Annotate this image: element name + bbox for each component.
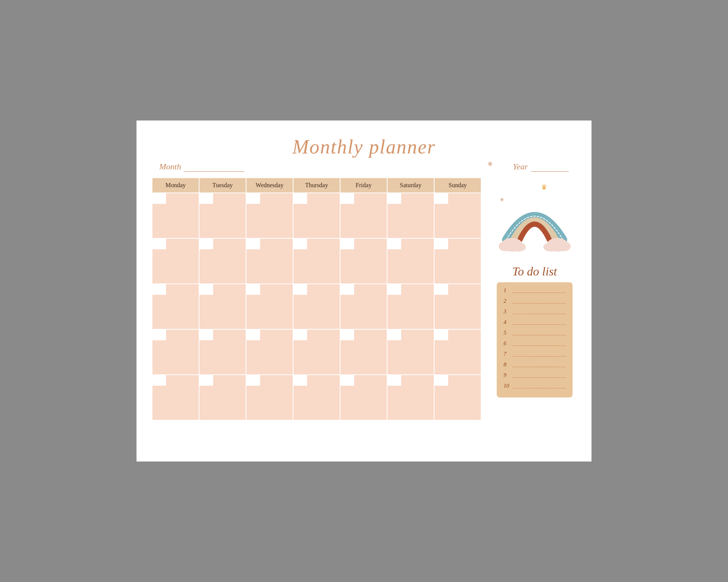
table-row — [152, 329, 481, 375]
calendar-cell[interactable] — [152, 375, 199, 420]
year-label: Year — [513, 162, 569, 172]
calendar-cell[interactable] — [246, 375, 293, 420]
calendar-cell[interactable] — [152, 238, 199, 284]
calendar-cell[interactable] — [199, 329, 246, 375]
todo-item-6[interactable]: 6 — [504, 340, 566, 347]
todo-item-5[interactable]: 5 — [504, 329, 566, 336]
calendar-cell[interactable] — [152, 329, 199, 375]
todo-item-7[interactable]: 7 — [504, 350, 566, 357]
todo-item-8[interactable]: 8 — [504, 361, 566, 368]
col-thursday: Thursday — [293, 178, 340, 193]
calendar-cell[interactable] — [387, 284, 434, 329]
star-decoration: ✳ — [487, 160, 493, 168]
table-row — [152, 375, 481, 420]
calendar-cell[interactable] — [387, 329, 434, 375]
calendar-cell[interactable] — [387, 375, 434, 420]
calendar-cell[interactable] — [199, 193, 246, 238]
sidebar: ♛ — [493, 177, 576, 446]
calendar-cell[interactable] — [340, 284, 387, 329]
calendar-cell[interactable] — [434, 284, 481, 329]
svg-text:♛: ♛ — [541, 183, 547, 191]
calendar-cell[interactable] — [434, 238, 481, 284]
calendar-cell[interactable] — [293, 329, 340, 375]
monthly-planner-page: Monthly planner Month ✳ Year Monday Tues… — [136, 120, 592, 462]
calendar-grid: Monday Tuesday Wednesday Thursday Friday… — [152, 177, 482, 421]
table-row — [152, 193, 481, 238]
col-tuesday: Tuesday — [199, 178, 246, 193]
col-wednesday: Wednesday — [246, 178, 293, 193]
svg-point-3 — [511, 242, 526, 252]
calendar-header-row: Monday Tuesday Wednesday Thursday Friday… — [152, 178, 481, 193]
calendar-cell[interactable] — [246, 193, 293, 238]
calendar-cell[interactable] — [293, 375, 340, 420]
header: Monthly planner — [152, 136, 576, 158]
calendar-cell[interactable] — [199, 375, 246, 420]
calendar-cell[interactable] — [152, 284, 199, 329]
table-row — [152, 284, 481, 329]
col-friday: Friday — [340, 178, 387, 193]
table-row — [152, 238, 481, 284]
calendar-cell[interactable] — [387, 193, 434, 238]
col-sunday: Sunday — [434, 178, 481, 193]
calendar-section: Monday Tuesday Wednesday Thursday Friday… — [152, 177, 482, 446]
calendar-cell[interactable] — [434, 375, 481, 420]
calendar-cell[interactable] — [434, 193, 481, 238]
calendar-cell[interactable] — [340, 193, 387, 238]
todo-item-3[interactable]: 3 — [504, 308, 566, 315]
todo-item-10[interactable]: 10 — [504, 382, 566, 389]
calendar-cell[interactable] — [246, 238, 293, 284]
svg-point-5 — [543, 242, 559, 252]
calendar-cell[interactable] — [246, 329, 293, 375]
calendar-cell[interactable] — [340, 329, 387, 375]
col-monday: Monday — [152, 178, 199, 193]
calendar-cell[interactable] — [293, 284, 340, 329]
calendar-cell[interactable] — [293, 238, 340, 284]
calendar-cell[interactable] — [199, 238, 246, 284]
calendar-cell[interactable] — [340, 238, 387, 284]
calendar-cell[interactable] — [293, 193, 340, 238]
calendar-cell[interactable] — [387, 238, 434, 284]
svg-point-2 — [499, 241, 512, 251]
col-saturday: Saturday — [387, 178, 434, 193]
month-label: Month — [159, 162, 245, 172]
calendar-cell[interactable] — [434, 329, 481, 375]
svg-point-6 — [557, 241, 571, 251]
todo-item-2[interactable]: 2 — [504, 297, 566, 304]
calendar-cell[interactable] — [152, 193, 199, 238]
todo-item-9[interactable]: 9 — [504, 372, 566, 379]
content-area: Monday Tuesday Wednesday Thursday Friday… — [152, 177, 576, 446]
todo-item-1[interactable]: 1 — [504, 287, 566, 294]
calendar-cell[interactable] — [199, 284, 246, 329]
todo-item-4[interactable]: 4 — [504, 319, 566, 325]
sidebar-star: ✳ — [500, 196, 504, 203]
rainbow-illustration: ♛ — [499, 181, 571, 257]
todo-list-box: 1 2 3 4 5 — [497, 282, 573, 397]
calendar-cell[interactable] — [340, 375, 387, 420]
calendar-cell[interactable] — [246, 284, 293, 329]
meta-row: Month ✳ Year — [152, 162, 576, 172]
page-title: Monthly planner — [152, 136, 576, 158]
todo-title: To do list — [512, 264, 557, 278]
rainbow-svg: ♛ — [499, 181, 571, 257]
